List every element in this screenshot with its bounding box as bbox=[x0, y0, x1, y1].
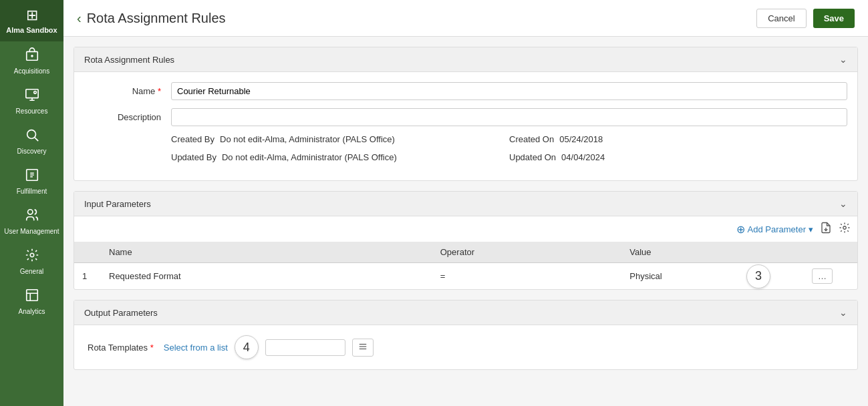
list-view-button[interactable] bbox=[352, 339, 374, 357]
main-content: ‹ Rota Assignment Rules Cancel Save Rota… bbox=[63, 0, 868, 406]
sidebar-item-discovery-label: Discovery bbox=[17, 148, 47, 156]
export-icon[interactable] bbox=[820, 222, 832, 236]
description-input[interactable] bbox=[171, 108, 847, 126]
created-by-group: Created By Do not edit-Alma, Administrat… bbox=[171, 134, 509, 144]
sidebar-item-analytics[interactable]: Analytics bbox=[0, 282, 63, 322]
updated-on-value: 04/04/2024 bbox=[561, 152, 605, 162]
created-on-group: Created On 05/24/2018 bbox=[509, 134, 847, 144]
svg-point-4 bbox=[33, 91, 36, 94]
sidebar-item-user-management-label: User Management bbox=[4, 228, 59, 236]
resources-icon bbox=[25, 87, 39, 106]
rota-templates-row: Rota Templates * Select from a list 4 bbox=[88, 335, 844, 359]
description-label: Description bbox=[84, 112, 171, 122]
analytics-icon bbox=[25, 288, 39, 306]
sidebar-item-user-management[interactable]: User Management bbox=[0, 202, 63, 242]
name-label: Name * bbox=[84, 86, 171, 96]
output-params-header[interactable]: Output Parameters ⌄ bbox=[74, 300, 857, 325]
svg-point-8 bbox=[27, 210, 32, 214]
col-value: Value bbox=[621, 242, 804, 263]
settings-icon[interactable] bbox=[839, 222, 851, 236]
header-left: ‹ Rota Assignment Rules bbox=[77, 11, 226, 26]
acquisitions-icon bbox=[25, 47, 39, 65]
add-param-dropdown-icon: ▾ bbox=[809, 224, 813, 234]
svg-point-5 bbox=[27, 130, 35, 139]
col-number bbox=[74, 242, 101, 263]
created-on-value: 05/24/2018 bbox=[559, 134, 603, 144]
svg-line-6 bbox=[35, 138, 38, 141]
save-button[interactable]: Save bbox=[813, 9, 855, 28]
output-params-chevron-icon: ⌄ bbox=[839, 307, 847, 318]
row-name: Requested Format bbox=[101, 263, 432, 290]
step-bubble-3: 3 bbox=[746, 264, 770, 288]
input-params-header[interactable]: Input Parameters ⌄ bbox=[74, 192, 857, 216]
description-row: Description bbox=[84, 108, 847, 126]
sidebar-item-analytics-label: Analytics bbox=[18, 308, 45, 316]
add-parameter-button[interactable]: ⊕ Add Parameter ▾ bbox=[736, 223, 813, 236]
rota-section-header[interactable]: Rota Assignment Rules ⌄ bbox=[74, 47, 857, 72]
sidebar-item-general-label: General bbox=[20, 268, 44, 276]
table-row: 1 Requested Format = Physical 3 … bbox=[74, 263, 857, 290]
output-parameters-section: Output Parameters ⌄ Rota Templates * Sel… bbox=[74, 300, 858, 370]
step-bubble-4: 4 bbox=[235, 335, 259, 359]
input-params-chevron-icon: ⌄ bbox=[839, 198, 847, 209]
svg-point-12 bbox=[843, 226, 847, 230]
updated-by-label: Updated By bbox=[171, 152, 216, 162]
col-actions bbox=[804, 242, 857, 263]
sidebar: ⊞ Alma Sandbox Acquisitions Resources Di… bbox=[0, 0, 63, 406]
sidebar-item-fulfillment-label: Fulfillment bbox=[17, 188, 47, 196]
name-row: Name * bbox=[84, 82, 847, 100]
created-on-label: Created On bbox=[509, 134, 554, 144]
select-from-list-button[interactable]: Select from a list bbox=[164, 343, 228, 353]
created-by-label: Created By bbox=[171, 134, 214, 144]
input-params-title: Input Parameters bbox=[84, 199, 151, 209]
sidebar-item-acquisitions-label: Acquisitions bbox=[14, 67, 49, 75]
sidebar-logo[interactable]: ⊞ Alma Sandbox bbox=[0, 0, 63, 41]
name-input[interactable] bbox=[171, 82, 847, 100]
fulfillment-icon bbox=[25, 168, 39, 186]
sidebar-item-fulfillment[interactable]: Fulfillment bbox=[0, 162, 63, 202]
col-operator: Operator bbox=[432, 242, 622, 263]
sidebar-item-resources-label: Resources bbox=[16, 108, 48, 116]
rota-template-input[interactable] bbox=[265, 339, 345, 356]
sidebar-item-acquisitions[interactable]: Acquisitions bbox=[0, 41, 63, 81]
created-meta: Created By Do not edit-Alma, Administrat… bbox=[171, 134, 847, 144]
updated-row: Updated By Do not edit-Alma, Administrat… bbox=[84, 152, 847, 162]
table-header-row: Name Operator Value bbox=[74, 242, 857, 263]
parameters-table: Name Operator Value 1 Requested Format =… bbox=[74, 242, 857, 289]
updated-by-value: Do not edit-Alma, Administrator (PALS Of… bbox=[222, 152, 397, 162]
user-management-icon bbox=[25, 208, 39, 226]
updated-meta: Updated By Do not edit-Alma, Administrat… bbox=[171, 152, 847, 162]
header-actions: Cancel Save bbox=[756, 9, 855, 28]
created-row: Created By Do not edit-Alma, Administrat… bbox=[84, 134, 847, 144]
output-body: Rota Templates * Select from a list 4 bbox=[74, 325, 857, 369]
discovery-icon bbox=[25, 128, 39, 146]
plus-icon: ⊕ bbox=[736, 223, 745, 236]
rota-section-body: Name * Description Created By Do not edi bbox=[74, 72, 857, 180]
back-button[interactable]: ‹ bbox=[77, 11, 82, 25]
table-toolbar: ⊕ Add Parameter ▾ bbox=[74, 216, 857, 242]
updated-on-label: Updated On bbox=[509, 152, 556, 162]
row-actions-button[interactable]: … bbox=[812, 268, 833, 284]
content-area: Rota Assignment Rules ⌄ Name * Descripti… bbox=[63, 37, 868, 406]
col-name: Name bbox=[101, 242, 432, 263]
sidebar-logo-text: Alma Sandbox bbox=[6, 26, 57, 35]
rota-section-title: Rota Assignment Rules bbox=[84, 55, 174, 65]
updated-on-group: Updated On 04/04/2024 bbox=[509, 152, 847, 162]
cancel-button[interactable]: Cancel bbox=[756, 9, 806, 28]
updated-by-group: Updated By Do not edit-Alma, Administrat… bbox=[171, 152, 509, 162]
row-operator: = bbox=[432, 263, 622, 290]
general-icon bbox=[25, 248, 39, 266]
sidebar-item-general[interactable]: General bbox=[0, 242, 63, 282]
svg-point-9 bbox=[30, 253, 34, 257]
row-number: 1 bbox=[74, 263, 101, 290]
svg-rect-10 bbox=[26, 290, 37, 301]
output-params-title: Output Parameters bbox=[84, 308, 158, 318]
sidebar-item-discovery[interactable]: Discovery bbox=[0, 122, 63, 162]
header: ‹ Rota Assignment Rules Cancel Save bbox=[63, 0, 868, 37]
chevron-down-icon: ⌄ bbox=[839, 54, 847, 65]
created-by-value: Do not edit-Alma, Administrator (PALS Of… bbox=[220, 134, 395, 144]
rota-assignment-section: Rota Assignment Rules ⌄ Name * Descripti… bbox=[74, 47, 858, 181]
sidebar-item-resources[interactable]: Resources bbox=[0, 81, 63, 122]
row-value: Physical 3 bbox=[621, 263, 804, 290]
rota-templates-label: Rota Templates * bbox=[88, 343, 154, 353]
